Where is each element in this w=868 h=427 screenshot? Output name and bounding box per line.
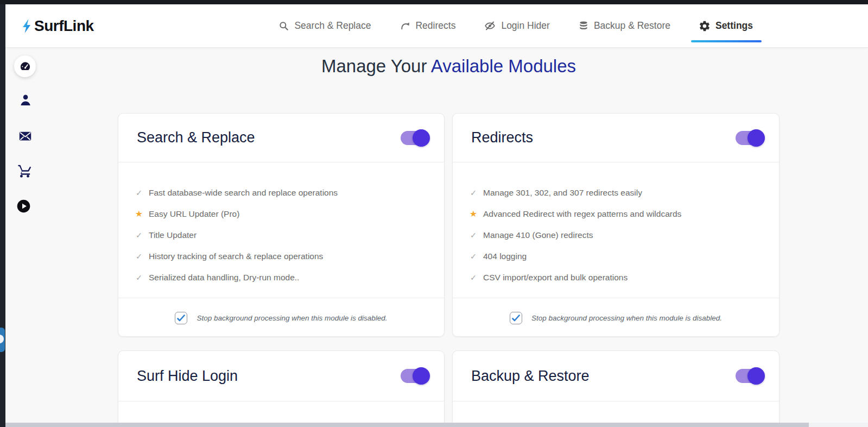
nav-item-backup-restore[interactable]: Backup & Restore [578,4,670,47]
feature-item: ✓ Manage 410 (Gone) redirects [469,224,759,246]
toggle-knob-icon [413,367,430,385]
gear-icon [699,20,711,32]
nav-item-label: Search & Replace [294,20,371,32]
sidebar-item-user[interactable] [18,93,33,108]
check-icon: ✓ [135,189,143,197]
sidebar-item-cart[interactable] [17,163,33,179]
module-title: Search & Replace [137,129,255,146]
database-icon [578,20,589,32]
check-icon: ✓ [135,231,143,240]
feature-item: ★ Easy URL Updater (Pro) [135,203,425,224]
toggle-knob-icon [413,129,430,147]
horizontal-scrollbar [5,423,868,427]
module-card-surf-hide-login: Surf Hide Login [118,350,445,427]
mail-icon [18,129,33,143]
logo-text: SurfLink [34,17,94,35]
feature-item: ✓ Title Updater [135,224,425,246]
page-title: Manage Your Available Modules [118,56,780,77]
page-title-primary: Manage Your [321,56,431,76]
sidebar-item-play[interactable] [16,199,31,214]
check-icon: ✓ [469,231,478,240]
nav-item-label: Backup & Restore [594,20,670,32]
nav-item-redirects[interactable]: Redirects [399,4,455,47]
dashboard-gauge-icon [19,60,31,73]
horizontal-scrollbar-thumb[interactable] [5,423,809,427]
feature-item: ✓ 404 logging [469,246,759,267]
nav-item-label: Login Hider [501,20,550,32]
module-title: Backup & Restore [471,368,590,385]
window-frame-left [0,0,5,427]
star-icon: ★ [135,209,143,219]
user-icon [18,93,33,108]
module-toggle[interactable] [736,131,761,145]
feature-item: ✓ History tracking of search & replace o… [135,246,425,267]
stop-background-checkbox[interactable] [175,312,187,324]
module-card-redirects: Redirects ✓ Manage 301, 302, and 307 red… [452,113,780,337]
module-toggle[interactable] [401,131,426,145]
module-title: Surf Hide Login [137,368,238,385]
module-feature-list: ✓ Manage 301, 302, and 307 redirects eas… [453,162,779,298]
module-title: Redirects [471,129,533,146]
play-icon [16,199,31,214]
lightning-logo-icon [21,18,33,34]
module-card-header: Surf Hide Login [118,351,444,401]
eye-off-icon [484,20,496,32]
logo[interactable]: SurfLink [21,17,94,35]
check-icon: ✓ [135,252,143,261]
module-card-backup-restore: Backup & Restore [452,350,780,427]
sidebar-item-mail[interactable] [18,129,33,143]
nav-items: Search & Replace Redirects Login Hider [278,4,753,47]
module-card-search-replace: Search & Replace ✓ Fast database-wide se… [118,113,445,337]
redirect-arrow-icon [399,20,410,32]
toggle-knob-icon [747,129,765,147]
sidebar-item-dashboard[interactable] [14,55,36,77]
top-nav: SurfLink Search & Replace Redirects Logi… [5,4,868,48]
nav-item-settings[interactable]: Settings [699,4,753,47]
nav-item-label: Settings [715,20,753,32]
feature-item: ★ Advanced Redirect with regex patterns … [469,203,759,224]
check-icon: ✓ [469,252,478,261]
toggle-knob-icon [747,367,765,385]
feature-item: ✓ Fast database-wide search and replace … [135,182,425,203]
nav-item-login-hider[interactable]: Login Hider [484,4,550,47]
cart-icon [17,163,33,179]
stop-background-label: Stop background processing when this mod… [531,314,722,322]
check-icon: ✓ [135,273,143,282]
checkbox-check-icon [512,315,520,322]
module-footer: Stop background processing when this mod… [118,298,444,337]
module-card-header: Redirects [453,114,779,162]
module-card-header: Search & Replace [118,114,444,162]
window-frame-top [0,0,868,4]
side-peek-dot-icon [0,335,4,343]
nav-item-label: Redirects [415,20,455,32]
check-icon: ✓ [469,189,478,197]
stop-background-checkbox[interactable] [510,312,522,324]
module-toggle[interactable] [401,369,426,383]
search-icon [278,21,289,32]
module-feature-list: ✓ Fast database-wide search and replace … [118,162,444,298]
page-title-accent: Available Modules [431,56,576,76]
star-icon: ★ [469,209,478,219]
feature-item: ✓ Serialized data handling, Dry-run mode… [135,267,425,288]
nav-item-search-replace[interactable]: Search & Replace [278,4,371,47]
checkbox-check-icon [177,315,185,322]
module-footer: Stop background processing when this mod… [453,298,779,337]
feature-item: ✓ Manage 301, 302, and 307 redirects eas… [469,182,759,203]
side-peek-tab[interactable] [0,328,5,352]
module-card-header: Backup & Restore [453,351,779,401]
stop-background-label: Stop background processing when this mod… [197,314,387,322]
check-icon: ✓ [469,273,478,282]
module-toggle[interactable] [736,369,761,383]
feature-item: ✓ CSV import/export and bulk operations [469,267,759,288]
